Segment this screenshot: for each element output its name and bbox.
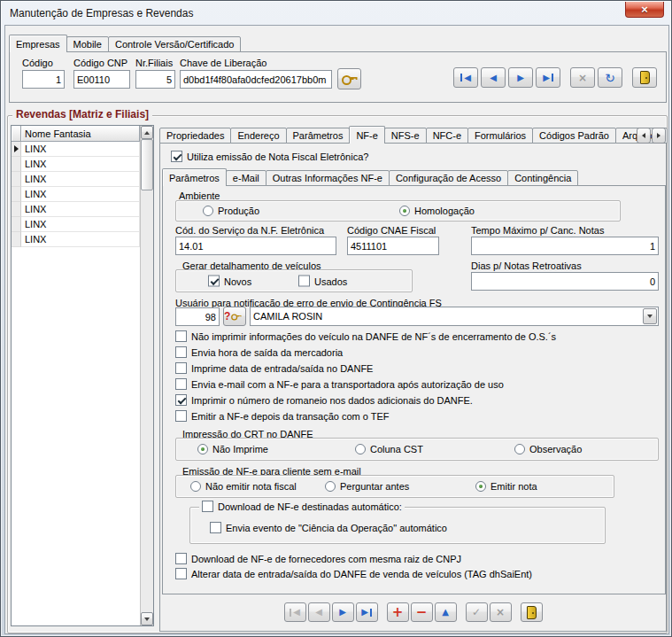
radio-producao[interactable]: Produção [203, 206, 259, 216]
checkbox-box [175, 330, 187, 342]
nav-last-button[interactable]: ▶ [536, 67, 560, 88]
utiliza-nfe-checkbox[interactable]: Utiliza emissão de Nota Fiscal Eletrônic… [171, 151, 368, 162]
checkbox-box [298, 276, 310, 287]
tab-mobile[interactable]: Mobile [66, 36, 109, 52]
download-destinadas-checkbox[interactable]: Download de NF-e destinadas automático: [199, 501, 405, 512]
subtab-parametros[interactable]: Parâmetros [162, 168, 227, 186]
radio-perguntar-antes[interactable]: Perguntar antes [325, 481, 409, 492]
grid-scrollbar[interactable] [140, 126, 153, 625]
tempo-max-input[interactable]: 1 [471, 237, 659, 255]
subtab-email[interactable]: e-Mail [226, 170, 266, 186]
usuario-lookup-button[interactable]: ? [223, 307, 246, 326]
tab-propriedades[interactable]: Propriedades [159, 128, 231, 144]
nav-first-button[interactable]: ◀ [284, 602, 306, 622]
nav-cancel-button[interactable]: × [570, 67, 595, 88]
cnae-value: 4511101 [351, 241, 387, 252]
last-bar-icon [552, 74, 553, 82]
nav-prior-button[interactable]: ◀ [308, 602, 330, 622]
post-check-icon: ✓ [472, 607, 481, 618]
nav-edit-button[interactable]: ▲ [435, 602, 457, 622]
nav-refresh-button[interactable]: ↻ [598, 67, 622, 88]
checkbox-label: Envia hora de saída da mercadoria [191, 347, 343, 358]
codigo-value: 1 [56, 74, 61, 85]
grid-row[interactable]: LINX [12, 172, 140, 187]
grid-row[interactable]: LINX [12, 187, 140, 202]
nav-next-button[interactable]: ▶ [508, 67, 533, 88]
flag-nao-imprimir-danfe-os[interactable]: Não imprimir informações do veículo na D… [175, 330, 556, 342]
alterar-data-saida-checkbox[interactable]: Alterar data de entrada/saída do DANFE d… [175, 568, 532, 579]
nr-filiais-input[interactable]: 5 [135, 70, 175, 89]
tab-scroll-right-button[interactable] [652, 128, 666, 144]
radio-homologacao[interactable]: Homologação [399, 206, 475, 216]
scroll-down-button[interactable] [141, 612, 153, 625]
exit-button[interactable] [521, 602, 543, 622]
tab-endereco[interactable]: Endereço [230, 128, 286, 144]
nav-last-button[interactable]: ▶ [356, 602, 378, 622]
exit-button[interactable] [632, 67, 657, 88]
flag-romaneio-dados-adicionais[interactable]: Imprimir o número de romaneio nos dados … [175, 394, 473, 406]
subtab-outras-informacoes[interactable]: Outras Informações NF-e [266, 170, 390, 186]
codigo-cnp-input[interactable]: E00110 [73, 70, 130, 89]
usados-checkbox[interactable]: Usados [298, 276, 347, 287]
flag-emitir-depois-tef[interactable]: Emitir a NF-e depois da transação com o … [175, 410, 390, 422]
grid-header-nome-fantasia[interactable]: Nome Fantasia [21, 126, 140, 142]
nav-insert-button[interactable]: + [387, 602, 409, 622]
grid-main: Nome Fantasia LINX LINX LINX LINX LINX L… [12, 126, 140, 625]
scroll-up-button[interactable] [141, 126, 153, 139]
tab-scroll-left-button[interactable] [637, 128, 651, 144]
scrollbar-track[interactable] [141, 139, 153, 612]
prior-icon: ◀ [315, 608, 322, 617]
usuario-nome-combo[interactable]: CAMILA ROSIN [250, 307, 659, 326]
tab-empresas[interactable]: Empresas [9, 35, 67, 52]
flag-imprime-data-entrada-saida[interactable]: Imprime data de entrada/saída no DANFE [175, 362, 373, 374]
gerar-chave-button[interactable] [337, 68, 361, 89]
novos-checkbox[interactable]: Novos [208, 276, 251, 287]
flag-email-transportadora[interactable]: Envia e-mail com a NF-e para a transport… [175, 378, 504, 390]
nav-delete-button[interactable]: − [411, 602, 433, 622]
nav-prior-button[interactable]: ◀ [481, 67, 506, 88]
tab-label: Propriedades [166, 130, 224, 141]
radio-coluna-cst[interactable]: Coluna CST [355, 444, 423, 454]
scrollbar-thumb[interactable] [141, 139, 153, 190]
codigo-input[interactable]: 1 [22, 70, 65, 89]
subtab-configuracao-acesso[interactable]: Configuração de Acesso [389, 170, 508, 186]
checkbox-box [208, 276, 220, 287]
radio-nao-imprime[interactable]: Não Imprime [197, 444, 268, 454]
nav-first-button[interactable]: ◀ [453, 67, 478, 88]
close-button[interactable]: × [625, 2, 664, 18]
radio-nao-emitir[interactable]: Não emitir nota fiscal [190, 481, 297, 492]
usuario-codigo-input[interactable]: 98 [175, 307, 220, 326]
grid-row[interactable]: LINX [12, 157, 140, 172]
grid-row[interactable]: LINX [12, 142, 140, 157]
radio-label: Observação [529, 444, 582, 454]
first-icon: ◀ [464, 74, 471, 82]
radio-emitir-nota[interactable]: Emitir nota [475, 481, 537, 492]
cnae-label: Código CNAE Fiscal [347, 225, 436, 236]
nav-cancel-button[interactable]: × [490, 602, 512, 622]
cod-servico-value: 14.01 [179, 241, 204, 252]
tab-codigos-padrao[interactable]: Códigos Padrão [532, 128, 616, 144]
grid-row[interactable]: LINX [12, 232, 140, 247]
dias-retroativas-input[interactable]: 0 [471, 272, 659, 291]
tab-formularios[interactable]: Formulários [467, 128, 533, 144]
empresas-panel: Código 1 Código CNP E00110 Nr.Filiais 5 … [9, 51, 667, 103]
tab-controle-versao-certificado[interactable]: Controle Versão/Certificado [108, 36, 242, 52]
tab-label: Mobile [73, 39, 102, 50]
tab-nfce[interactable]: NFC-e [426, 128, 468, 144]
tab-nfse[interactable]: NFS-e [384, 128, 427, 144]
dropdown-button[interactable] [643, 308, 657, 324]
tab-nfe[interactable]: NF-e [349, 126, 384, 144]
nav-next-button[interactable]: ▶ [332, 602, 354, 622]
flag-envia-hora-saida[interactable]: Envia hora de saída da mercadoria [175, 346, 343, 358]
nav-post-button[interactable]: ✓ [466, 602, 488, 622]
download-fornecedores-checkbox[interactable]: Download de NF-e de fornecedores com mes… [175, 553, 461, 564]
subtab-contingencia[interactable]: Contingência [507, 170, 578, 186]
cod-servico-input[interactable]: 14.01 [175, 237, 336, 255]
ciencia-operacao-checkbox[interactable]: Envia evento de "Ciência da Operação" au… [210, 522, 447, 533]
cnae-input[interactable]: 4511101 [347, 237, 439, 255]
grid-row[interactable]: LINX [12, 202, 140, 217]
chave-liberacao-input[interactable]: d0bd1f4f80afa0dcfed20617bb0m [180, 70, 332, 89]
tab-parametros[interactable]: Parâmetros [286, 128, 351, 144]
grid-row[interactable]: LINX [12, 217, 140, 232]
radio-observacao[interactable]: Observação [514, 444, 582, 454]
